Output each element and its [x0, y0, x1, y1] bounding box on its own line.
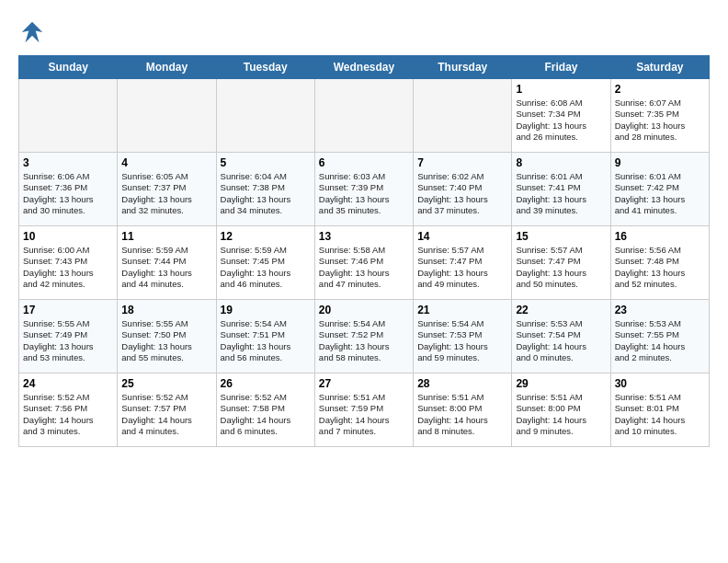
day-cell-18: 18Sunrise: 5:55 AM Sunset: 7:50 PM Dayli…	[118, 300, 216, 373]
calendar-table: SundayMondayTuesdayWednesdayThursdayFrid…	[18, 55, 710, 447]
day-info: Sunrise: 6:00 AM Sunset: 7:43 PM Dayligh…	[23, 245, 113, 290]
day-cell-12: 12Sunrise: 5:59 AM Sunset: 7:45 PM Dayli…	[216, 226, 314, 300]
day-number: 26	[221, 377, 311, 390]
day-cell-29: 29Sunrise: 5:51 AM Sunset: 8:00 PM Dayli…	[512, 373, 610, 447]
day-cell-25: 25Sunrise: 5:52 AM Sunset: 7:57 PM Dayli…	[118, 373, 216, 447]
day-cell-21: 21Sunrise: 5:54 AM Sunset: 7:53 PM Dayli…	[414, 300, 512, 373]
week-row-2: 3Sunrise: 6:06 AM Sunset: 7:36 PM Daylig…	[19, 153, 710, 226]
day-number: 5	[221, 156, 311, 169]
day-cell-16: 16Sunrise: 5:56 AM Sunset: 7:48 PM Dayli…	[610, 226, 709, 300]
day-number: 29	[516, 377, 606, 390]
week-row-5: 24Sunrise: 5:52 AM Sunset: 7:56 PM Dayli…	[19, 373, 710, 447]
day-number: 27	[319, 377, 409, 390]
day-info: Sunrise: 5:53 AM Sunset: 7:54 PM Dayligh…	[516, 318, 606, 363]
day-cell-27: 27Sunrise: 5:51 AM Sunset: 7:59 PM Dayli…	[314, 373, 413, 447]
page-header	[18, 18, 710, 46]
logo	[18, 18, 50, 46]
empty-cell	[118, 79, 216, 153]
day-number: 13	[319, 230, 409, 243]
day-header-sunday: Sunday	[19, 56, 118, 79]
logo-icon	[18, 18, 46, 46]
calendar-body: 1Sunrise: 6:08 AM Sunset: 7:34 PM Daylig…	[19, 79, 710, 447]
day-info: Sunrise: 5:54 AM Sunset: 7:52 PM Dayligh…	[319, 318, 409, 363]
day-cell-11: 11Sunrise: 5:59 AM Sunset: 7:44 PM Dayli…	[118, 226, 216, 300]
day-cell-13: 13Sunrise: 5:58 AM Sunset: 7:46 PM Dayli…	[314, 226, 413, 300]
day-info: Sunrise: 5:58 AM Sunset: 7:46 PM Dayligh…	[319, 245, 409, 290]
day-info: Sunrise: 5:57 AM Sunset: 7:47 PM Dayligh…	[516, 245, 606, 290]
day-number: 16	[615, 230, 705, 243]
day-number: 9	[615, 156, 705, 169]
day-info: Sunrise: 5:56 AM Sunset: 7:48 PM Dayligh…	[615, 245, 705, 290]
calendar-header-row: SundayMondayTuesdayWednesdayThursdayFrid…	[19, 56, 710, 79]
day-number: 17	[23, 304, 113, 316]
day-number: 22	[516, 304, 606, 316]
day-cell-1: 1Sunrise: 6:08 AM Sunset: 7:34 PM Daylig…	[512, 79, 610, 153]
week-row-4: 17Sunrise: 5:55 AM Sunset: 7:49 PM Dayli…	[19, 300, 710, 373]
empty-cell	[216, 79, 314, 153]
day-cell-9: 9Sunrise: 6:01 AM Sunset: 7:42 PM Daylig…	[610, 153, 709, 226]
day-number: 14	[417, 230, 507, 243]
day-info: Sunrise: 6:01 AM Sunset: 7:41 PM Dayligh…	[516, 171, 606, 216]
day-info: Sunrise: 6:02 AM Sunset: 7:40 PM Dayligh…	[417, 171, 507, 216]
day-cell-10: 10Sunrise: 6:00 AM Sunset: 7:43 PM Dayli…	[19, 226, 118, 300]
day-number: 23	[615, 304, 705, 316]
empty-cell	[19, 79, 118, 153]
day-info: Sunrise: 5:52 AM Sunset: 7:56 PM Dayligh…	[23, 392, 113, 437]
day-number: 18	[121, 304, 211, 316]
day-cell-26: 26Sunrise: 5:52 AM Sunset: 7:58 PM Dayli…	[216, 373, 314, 447]
day-cell-28: 28Sunrise: 5:51 AM Sunset: 8:00 PM Dayli…	[414, 373, 512, 447]
day-info: Sunrise: 5:55 AM Sunset: 7:49 PM Dayligh…	[23, 318, 113, 363]
day-number: 15	[516, 230, 606, 243]
day-info: Sunrise: 6:07 AM Sunset: 7:35 PM Dayligh…	[615, 98, 705, 143]
day-number: 1	[516, 83, 606, 96]
day-header-saturday: Saturday	[610, 56, 709, 79]
day-info: Sunrise: 6:03 AM Sunset: 7:39 PM Dayligh…	[319, 171, 409, 216]
day-info: Sunrise: 6:04 AM Sunset: 7:38 PM Dayligh…	[221, 171, 311, 216]
day-cell-30: 30Sunrise: 5:51 AM Sunset: 8:01 PM Dayli…	[610, 373, 709, 447]
day-cell-4: 4Sunrise: 6:05 AM Sunset: 7:37 PM Daylig…	[118, 153, 216, 226]
day-cell-23: 23Sunrise: 5:53 AM Sunset: 7:55 PM Dayli…	[610, 300, 709, 373]
day-cell-7: 7Sunrise: 6:02 AM Sunset: 7:40 PM Daylig…	[414, 153, 512, 226]
day-info: Sunrise: 5:59 AM Sunset: 7:45 PM Dayligh…	[221, 245, 311, 290]
day-info: Sunrise: 6:01 AM Sunset: 7:42 PM Dayligh…	[615, 171, 705, 216]
day-info: Sunrise: 6:06 AM Sunset: 7:36 PM Dayligh…	[23, 171, 113, 216]
day-number: 25	[121, 377, 211, 390]
day-number: 20	[319, 304, 409, 316]
day-cell-19: 19Sunrise: 5:54 AM Sunset: 7:51 PM Dayli…	[216, 300, 314, 373]
day-info: Sunrise: 5:54 AM Sunset: 7:51 PM Dayligh…	[221, 318, 311, 363]
day-info: Sunrise: 6:08 AM Sunset: 7:34 PM Dayligh…	[516, 98, 606, 143]
day-info: Sunrise: 5:51 AM Sunset: 8:01 PM Dayligh…	[615, 392, 705, 437]
day-cell-5: 5Sunrise: 6:04 AM Sunset: 7:38 PM Daylig…	[216, 153, 314, 226]
day-info: Sunrise: 5:55 AM Sunset: 7:50 PM Dayligh…	[121, 318, 211, 363]
day-cell-3: 3Sunrise: 6:06 AM Sunset: 7:36 PM Daylig…	[19, 153, 118, 226]
day-info: Sunrise: 5:52 AM Sunset: 7:57 PM Dayligh…	[121, 392, 211, 437]
svg-marker-0	[22, 22, 43, 43]
day-info: Sunrise: 5:52 AM Sunset: 7:58 PM Dayligh…	[221, 392, 311, 437]
day-header-thursday: Thursday	[414, 56, 512, 79]
day-cell-20: 20Sunrise: 5:54 AM Sunset: 7:52 PM Dayli…	[314, 300, 413, 373]
day-number: 8	[516, 156, 606, 169]
day-number: 19	[221, 304, 311, 316]
day-number: 12	[221, 230, 311, 243]
day-number: 4	[121, 156, 211, 169]
day-cell-24: 24Sunrise: 5:52 AM Sunset: 7:56 PM Dayli…	[19, 373, 118, 447]
day-number: 10	[23, 230, 113, 243]
day-number: 6	[319, 156, 409, 169]
day-info: Sunrise: 5:51 AM Sunset: 8:00 PM Dayligh…	[516, 392, 606, 437]
day-cell-14: 14Sunrise: 5:57 AM Sunset: 7:47 PM Dayli…	[414, 226, 512, 300]
day-info: Sunrise: 5:59 AM Sunset: 7:44 PM Dayligh…	[121, 245, 211, 290]
day-cell-2: 2Sunrise: 6:07 AM Sunset: 7:35 PM Daylig…	[610, 79, 709, 153]
day-header-wednesday: Wednesday	[314, 56, 413, 79]
day-cell-6: 6Sunrise: 6:03 AM Sunset: 7:39 PM Daylig…	[314, 153, 413, 226]
day-number: 2	[615, 83, 705, 96]
day-cell-8: 8Sunrise: 6:01 AM Sunset: 7:41 PM Daylig…	[512, 153, 610, 226]
day-info: Sunrise: 5:53 AM Sunset: 7:55 PM Dayligh…	[615, 318, 705, 363]
day-number: 7	[417, 156, 507, 169]
day-number: 11	[121, 230, 211, 243]
day-number: 3	[23, 156, 113, 169]
day-header-tuesday: Tuesday	[216, 56, 314, 79]
day-info: Sunrise: 5:54 AM Sunset: 7:53 PM Dayligh…	[417, 318, 507, 363]
day-header-monday: Monday	[118, 56, 216, 79]
day-cell-22: 22Sunrise: 5:53 AM Sunset: 7:54 PM Dayli…	[512, 300, 610, 373]
day-info: Sunrise: 5:57 AM Sunset: 7:47 PM Dayligh…	[417, 245, 507, 290]
